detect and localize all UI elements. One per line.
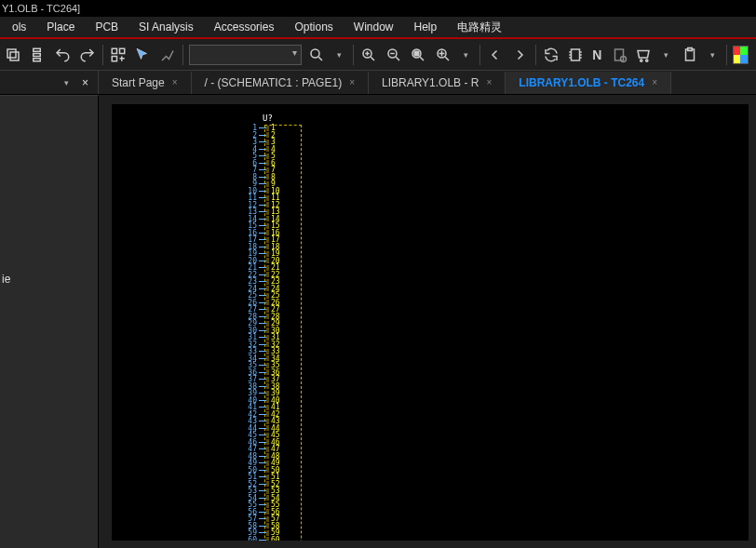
cart-icon[interactable] [634, 44, 653, 66]
close-icon[interactable]: × [172, 77, 178, 87]
redo-icon[interactable] [77, 44, 96, 66]
tab-library1-olb-r[interactable]: LIBRARY1.OLB - R× [369, 72, 506, 94]
menu--[interactable]: 电路精灵 [447, 17, 512, 38]
undo-icon[interactable] [53, 44, 72, 66]
tab-start-page[interactable]: Start Page× [99, 72, 192, 94]
sweep-icon[interactable] [158, 44, 177, 66]
search-dropdown-icon[interactable]: ▾ [331, 50, 347, 60]
prev-icon[interactable] [486, 44, 505, 66]
menu-si-analysis[interactable]: SI Analysis [128, 18, 204, 36]
separator [182, 45, 183, 65]
next-icon[interactable] [510, 44, 529, 66]
menu-accessories[interactable]: Accessories [204, 18, 285, 36]
refresh-part-icon[interactable] [541, 44, 560, 66]
paste-icon[interactable] [680, 44, 698, 66]
pin-connector [266, 369, 269, 375]
separator [479, 45, 480, 65]
pin-wire [259, 219, 266, 220]
tab-schematic1-page1[interactable]: / - (SCHEMATIC1 : PAGE1)× [192, 72, 369, 94]
n-label-icon[interactable]: N [590, 47, 603, 62]
pin-wire [259, 470, 266, 471]
pin-wire [259, 197, 266, 198]
svg-rect-2 [33, 48, 40, 51]
pin-wire [259, 428, 266, 429]
svg-rect-14 [572, 49, 580, 60]
pin-61[interactable]: 6161 [240, 543, 280, 548]
pin-connector [266, 286, 269, 291]
pin-connector [266, 140, 269, 145]
pin-wire [259, 434, 266, 435]
close-icon[interactable]: × [349, 77, 355, 87]
color-palette-icon[interactable] [733, 46, 749, 64]
menu-pcb[interactable]: PCB [85, 18, 128, 36]
pin-connector [266, 516, 269, 522]
pin-60[interactable]: 6060 [240, 537, 280, 544]
pin-wire [259, 421, 266, 421]
schematic-canvas[interactable]: U? 1122334455667788991010111112121313141… [99, 95, 756, 548]
pin-connector [266, 433, 269, 438]
grid-add-icon[interactable] [109, 44, 128, 66]
pin-connector [266, 509, 269, 515]
part-ref-label: U? [263, 114, 273, 123]
zoom-all-icon[interactable] [433, 44, 452, 66]
pin-connector [266, 530, 269, 536]
tab-label: / - (SCHEMATIC1 : PAGE1) [205, 76, 343, 89]
tab-label: LIBRARY1.OLB - R [382, 76, 479, 89]
zoom-fit-icon[interactable] [409, 44, 427, 66]
zoom-out-icon[interactable] [384, 44, 402, 66]
search-combo[interactable] [189, 45, 302, 65]
svg-point-8 [311, 49, 319, 58]
save-copy-icon[interactable] [4, 44, 22, 66]
pin-connector [266, 341, 269, 347]
pin-wire [259, 393, 266, 394]
pin-connector [266, 481, 269, 487]
pin-connector [266, 244, 269, 249]
clipboard-link-icon[interactable] [609, 44, 628, 66]
pin-wire [259, 135, 266, 136]
menu-window[interactable]: Window [344, 18, 404, 36]
pin-connector [266, 174, 269, 180]
zoom-dropdown-icon[interactable]: ▾ [458, 50, 474, 60]
pin-wire [259, 490, 266, 491]
close-icon[interactable]: × [82, 76, 88, 89]
pin-number-outer: 61 [240, 543, 257, 548]
pin-wire [259, 233, 266, 234]
menu-options[interactable]: Options [284, 18, 343, 36]
menu-ols[interactable]: ols [2, 18, 36, 36]
chevron-down-icon[interactable]: ▾ [59, 78, 74, 87]
paste-dropdown-icon[interactable]: ▾ [705, 50, 721, 60]
pin-connector [266, 355, 269, 361]
tab-label: Start Page [112, 76, 165, 89]
pin-connector [266, 279, 269, 285]
pin-wire [259, 351, 266, 352]
search-icon[interactable] [307, 44, 326, 66]
svg-rect-20 [687, 47, 692, 50]
pin-connector [266, 419, 269, 424]
part-icon[interactable] [566, 44, 585, 66]
tab-library1-olb-tc264[interactable]: LIBRARY1.OLB - TC264× [506, 72, 671, 94]
zoom-in-icon[interactable] [359, 44, 378, 66]
pointer-icon[interactable] [133, 44, 152, 66]
cart-dropdown-icon[interactable]: ▾ [658, 50, 674, 60]
tab-label: LIBRARY1.OLB - TC264 [519, 76, 644, 89]
pin-connector [266, 523, 269, 528]
pin-wire [259, 288, 266, 289]
pin-wire [259, 484, 266, 485]
pin-wire [259, 295, 266, 296]
pin-connector [266, 453, 269, 459]
title-text: Y1.OLB - TC264] [2, 3, 80, 14]
close-icon[interactable]: × [652, 77, 657, 87]
pin-wire [259, 163, 266, 164]
menu-place[interactable]: Place [36, 18, 85, 36]
svg-rect-15 [614, 49, 623, 60]
separator [726, 45, 727, 65]
pin-wire [259, 281, 266, 282]
menu-help[interactable]: Help [404, 18, 448, 36]
pin-wire [259, 267, 266, 268]
pin-wire [259, 456, 266, 457]
pin-wire [259, 518, 266, 519]
side-panel: ie [0, 95, 99, 548]
pin-stack: 1122334455667788991010111112121313141415… [240, 125, 280, 548]
stack-icon[interactable] [28, 44, 47, 66]
close-icon[interactable]: × [486, 77, 492, 87]
